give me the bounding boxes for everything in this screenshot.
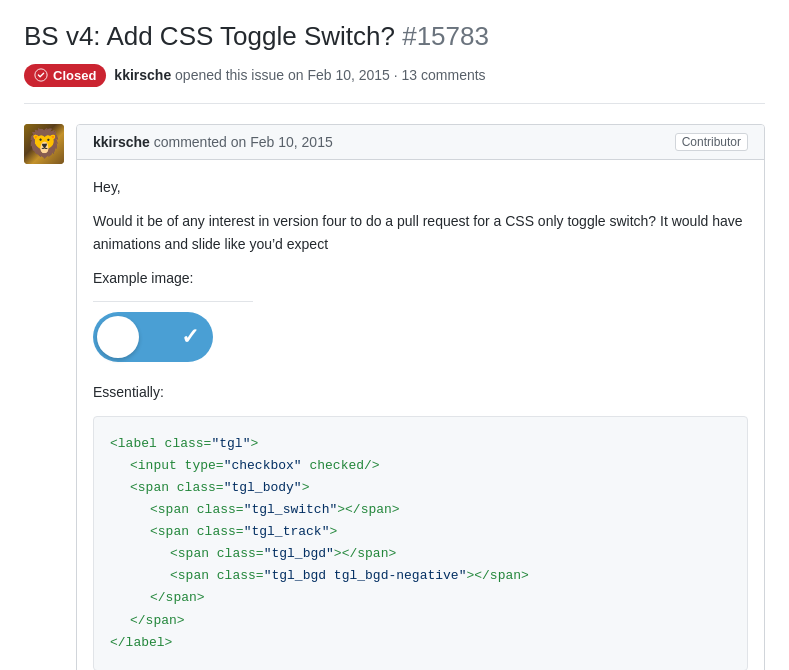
page-header: BS v4: Add CSS Toggle Switch? #15783 Clo… (24, 20, 765, 104)
code-line-9: </span> (110, 610, 731, 632)
contributor-badge: Contributor (675, 133, 748, 151)
issue-meta-text: kkirsche opened this issue on Feb 10, 20… (114, 67, 485, 83)
comment-action-text: commented on (154, 134, 251, 150)
code-block: <label class="tgl"> <input type="checkbo… (93, 416, 748, 670)
comment-wrapper: kkirsche commented on Feb 10, 2015 Contr… (24, 124, 765, 670)
toggle-image-container: ✓ (93, 312, 748, 365)
code-line-3: <span class="tgl_body"> (110, 477, 731, 499)
code-line-8: </span> (110, 587, 731, 609)
toggle-checkmark: ✓ (181, 324, 199, 350)
code-line-7: <span class="tgl_bgd tgl_bgd-negative"><… (110, 565, 731, 587)
avatar (24, 124, 64, 164)
issue-action: opened this issue on Feb 10, 2015 · 13 c… (175, 67, 486, 83)
status-label: Closed (53, 68, 96, 83)
code-line-4: <span class="tgl_switch"></span> (110, 499, 731, 521)
page-container: BS v4: Add CSS Toggle Switch? #15783 Clo… (24, 20, 765, 670)
code-line-1: <label class="tgl"> (110, 436, 258, 451)
code-line-2: <input type="checkbox" checked/> (110, 455, 731, 477)
closed-icon (34, 68, 48, 82)
code-line-6: <span class="tgl_bgd"></span> (110, 543, 731, 565)
essentially-label: Essentially: (93, 381, 748, 403)
toggle-switch: ✓ (93, 312, 213, 362)
issue-title-text: BS v4: Add CSS Toggle Switch? (24, 21, 395, 51)
toggle-knob (97, 316, 139, 358)
issue-author[interactable]: kkirsche (114, 67, 171, 83)
status-badge: Closed (24, 64, 106, 87)
divider (93, 301, 253, 302)
comment-header-meta: kkirsche commented on Feb 10, 2015 (93, 134, 333, 150)
commenter-name[interactable]: kkirsche (93, 134, 150, 150)
comment-line1: Hey, (93, 176, 748, 198)
comment-date: Feb 10, 2015 (250, 134, 333, 150)
code-line-10: </label> (110, 635, 172, 650)
comment-body: Hey, Would it be of any interest in vers… (77, 160, 764, 670)
issue-title: BS v4: Add CSS Toggle Switch? #15783 (24, 20, 765, 54)
code-line-5: <span class="tgl_track"> (110, 521, 731, 543)
comment-header: kkirsche commented on Feb 10, 2015 Contr… (77, 125, 764, 160)
comment-box: kkirsche commented on Feb 10, 2015 Contr… (76, 124, 765, 670)
comment-thread: kkirsche commented on Feb 10, 2015 Contr… (24, 124, 765, 670)
avatar-image (24, 124, 64, 164)
issue-meta: Closed kkirsche opened this issue on Feb… (24, 64, 765, 104)
example-section: Example image: ✓ (93, 267, 748, 365)
example-label: Example image: (93, 267, 748, 289)
comment-line2: Would it be of any interest in version f… (93, 210, 748, 255)
issue-number: #15783 (402, 21, 489, 51)
